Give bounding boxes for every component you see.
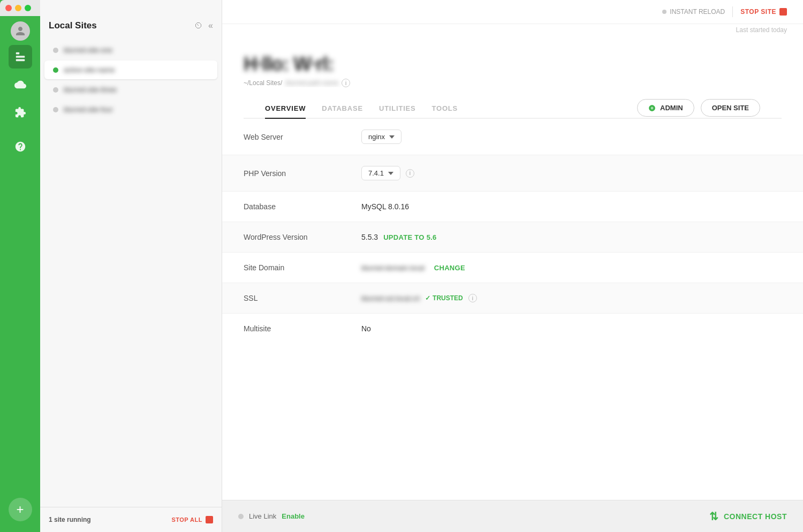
site-list: blurred-site-one active-site-name blurre…	[40, 40, 222, 507]
site-name: blurred-site-three	[64, 86, 117, 94]
site-status-dot	[53, 67, 58, 73]
ssl-row: SSL blurred-ssl.local.crt ✓ TRUSTED i	[222, 283, 803, 314]
stop-site-icon	[779, 8, 787, 16]
sites-footer: 1 site running STOP ALL	[40, 507, 222, 532]
list-item[interactable]: blurred-site-four	[44, 100, 217, 119]
php-info-icon[interactable]: i	[406, 169, 414, 178]
site-status-dot	[53, 48, 58, 53]
site-path: ~/Local Sites/ blurred-path-name i	[244, 79, 782, 87]
traffic-light-red[interactable]	[5, 5, 12, 11]
tab-utilities[interactable]: UTILITIES	[379, 99, 416, 119]
stop-all-icon	[206, 516, 213, 523]
main-content: INSTANT RELOAD STOP SITE Last started to…	[222, 0, 803, 532]
nav-item-sites[interactable]	[9, 45, 32, 69]
collapse-icon[interactable]: «	[208, 21, 213, 31]
sites-panel-title: Local Sites	[49, 20, 97, 31]
bottom-bar: Live Link Enable ⇅ CONNECT HOST	[222, 500, 803, 532]
live-link-label: Live Link	[249, 512, 276, 520]
site-name: active-site-name	[64, 66, 115, 74]
site-status-dot	[53, 87, 58, 93]
change-domain-link[interactable]: CHANGE	[434, 264, 465, 272]
sites-header: Local Sites ⏲ «	[40, 16, 222, 40]
site-domain-row: Site Domain blurred-domain.local CHANGE	[222, 253, 803, 283]
web-server-label: Web Server	[244, 133, 361, 141]
live-link-section: Live Link Enable	[238, 512, 305, 520]
site-title: H·llo: W·rl:	[244, 53, 782, 75]
database-row: Database MySQL 8.0.16	[222, 192, 803, 222]
enable-live-link-button[interactable]: Enable	[282, 512, 305, 520]
wp-update-link[interactable]: UPDATE TO 5.6	[383, 233, 437, 241]
svg-rect-1	[16, 56, 25, 58]
admin-button[interactable]: ADMIN	[637, 99, 694, 117]
php-version-label: PHP Version	[244, 169, 361, 178]
overview-content: Web Server nginx PHP Version 7.4.1 i Dat…	[222, 119, 803, 500]
nav-item-cloud[interactable]	[9, 73, 32, 96]
list-item[interactable]: active-site-name	[44, 60, 217, 79]
list-item[interactable]: blurred-site-three	[44, 80, 217, 99]
avatar[interactable]	[11, 21, 30, 41]
site-domain-label: Site Domain	[244, 263, 361, 272]
instant-reload-control[interactable]: INSTANT RELOAD	[662, 8, 725, 16]
site-name: blurred-site-one	[64, 46, 112, 54]
site-domain-value: blurred-domain.local CHANGE	[361, 264, 465, 272]
tabs-row: OVERVIEW DATABASE UTILITIES TOOLS ADMIN …	[244, 87, 782, 119]
php-version-value: 7.4.1 i	[361, 166, 414, 180]
live-link-status-dot	[238, 514, 244, 519]
multisite-label: Multisite	[244, 324, 361, 333]
site-header-area: H·llo: W·rl: ~/Local Sites/ blurred-path…	[222, 38, 803, 119]
site-status-dot	[53, 107, 58, 112]
traffic-light-yellow[interactable]	[15, 5, 21, 11]
tab-overview[interactable]: OVERVIEW	[265, 99, 306, 119]
list-item[interactable]: blurred-site-one	[44, 41, 217, 59]
ssl-info-icon[interactable]: i	[468, 294, 477, 302]
wordpress-icon	[648, 104, 656, 112]
history-icon[interactable]: ⏲	[194, 21, 203, 31]
stop-all-button[interactable]: STOP ALL	[171, 516, 213, 523]
last-started-label: Last started today	[736, 26, 787, 34]
connect-icon: ⇅	[709, 510, 719, 523]
sites-header-icons: ⏲ «	[194, 21, 213, 31]
database-label: Database	[244, 202, 361, 211]
ssl-value: blurred-ssl.local.crt ✓ TRUSTED i	[361, 294, 477, 302]
tab-tools[interactable]: TOOLS	[432, 99, 458, 119]
trusted-badge: ✓ TRUSTED	[425, 294, 463, 302]
path-name: blurred-path-name	[285, 79, 338, 87]
svg-rect-0	[16, 52, 19, 55]
wp-version-row: WordPress Version 5.5.3 UPDATE TO 5.6	[222, 222, 803, 253]
instant-reload-label: INSTANT RELOAD	[670, 8, 725, 16]
wp-version-value: 5.5.3 UPDATE TO 5.6	[361, 233, 437, 241]
running-count: 1 site running	[49, 516, 91, 523]
multisite-value: No	[361, 324, 371, 333]
web-server-select[interactable]: nginx	[361, 130, 402, 144]
stop-site-button[interactable]: STOP SITE	[740, 8, 787, 16]
chevron-down-icon	[388, 171, 393, 176]
add-site-button[interactable]: +	[9, 498, 32, 521]
connect-host-button[interactable]: ⇅ CONNECT HOST	[709, 510, 787, 523]
php-version-row: PHP Version 7.4.1 i	[222, 155, 803, 192]
main-topbar: INSTANT RELOAD STOP SITE	[222, 0, 803, 24]
sites-panel: Local Sites ⏲ « blurred-site-one active-…	[40, 0, 222, 532]
nav-bottom: +	[9, 498, 32, 521]
nav-sidebar: +	[0, 0, 40, 532]
nav-item-help[interactable]	[9, 135, 32, 158]
multisite-row: Multisite No	[222, 314, 803, 344]
path-prefix: ~/Local Sites/	[244, 79, 282, 87]
traffic-light-green[interactable]	[25, 5, 31, 11]
open-site-button[interactable]: OPEN SITE	[701, 99, 760, 117]
path-info-icon[interactable]: i	[342, 79, 350, 87]
tab-database[interactable]: DATABASE	[322, 99, 363, 119]
ssl-label: SSL	[244, 294, 361, 302]
nav-item-extensions[interactable]	[9, 101, 32, 124]
web-server-value: nginx	[361, 130, 402, 144]
database-value: MySQL 8.0.16	[361, 202, 409, 211]
ssl-cert-text: blurred-ssl.local.crt	[361, 294, 420, 302]
php-version-select[interactable]: 7.4.1	[361, 166, 400, 180]
topbar-divider	[732, 6, 733, 17]
domain-text: blurred-domain.local	[361, 264, 425, 272]
wp-version-label: WordPress Version	[244, 233, 361, 241]
svg-rect-2	[16, 59, 25, 62]
site-name: blurred-site-four	[64, 105, 113, 113]
reload-status-dot	[662, 10, 666, 14]
tab-actions: ADMIN OPEN SITE	[637, 99, 760, 117]
chevron-down-icon	[389, 134, 395, 140]
